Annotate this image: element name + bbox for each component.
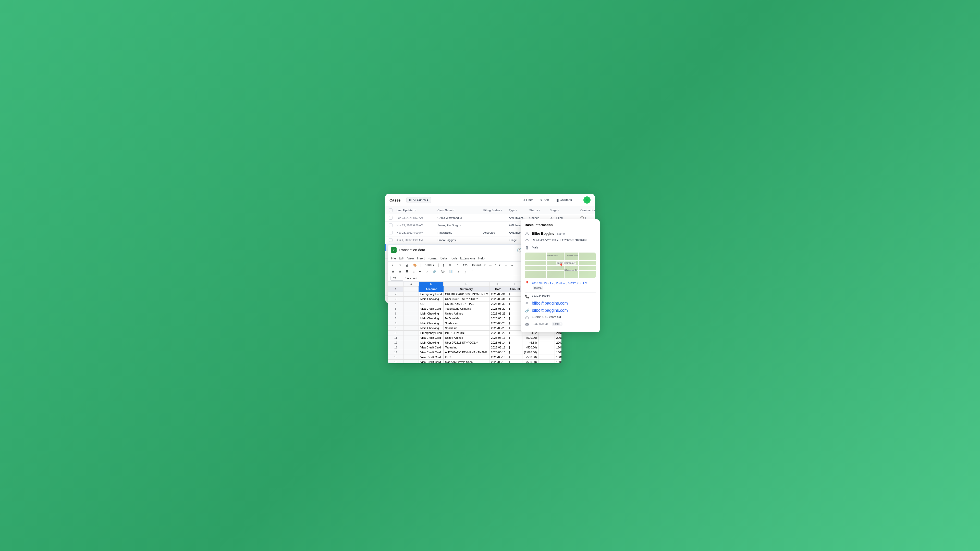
currency-button[interactable]: $ xyxy=(441,263,446,268)
wrap-button[interactable]: ↵ xyxy=(417,269,423,274)
filter-button[interactable]: ⊿ xyxy=(456,269,461,274)
row-checkbox[interactable] xyxy=(389,216,393,220)
cell-amount[interactable]: $ xyxy=(507,306,522,311)
chart-button[interactable]: 📊 xyxy=(448,269,454,274)
type-col-header[interactable]: Type ▾ xyxy=(508,206,528,214)
cell-pending[interactable] xyxy=(538,340,555,345)
row-checkbox[interactable] xyxy=(389,224,393,227)
menu-tools[interactable]: Tools xyxy=(450,256,457,261)
table-row[interactable]: 14 Visa Credit Card AUTOMATIC PAYMENT - … xyxy=(388,350,562,355)
cell-summary[interactable]: Tectra Inc xyxy=(443,345,489,350)
menu-extensions[interactable]: Extensions xyxy=(460,256,475,261)
undo-button[interactable]: ↩ xyxy=(390,263,396,268)
cell-date[interactable]: 2023-03-26 xyxy=(490,330,507,335)
cell-summary[interactable]: Touchstone Climbing xyxy=(443,306,489,311)
merge-button[interactable]: ⊟ xyxy=(397,269,403,274)
cell-date[interactable]: 2023-03-10 xyxy=(490,360,507,364)
cell-amount[interactable]: $ xyxy=(507,321,522,326)
cell-amount[interactable]: $ xyxy=(507,292,522,297)
col-e-header[interactable]: E xyxy=(490,282,507,287)
cell-date[interactable]: 2023-03-31 xyxy=(490,297,507,302)
case-name-col-header[interactable]: Case Name ▾ xyxy=(436,206,482,214)
table-row[interactable]: 11 Visa Credit Card United Airlines 2023… xyxy=(388,335,562,340)
align-button[interactable]: ☰ xyxy=(404,269,410,274)
rotate-button[interactable]: ↗ xyxy=(425,269,430,274)
cell-account[interactable]: Main Checking xyxy=(419,311,444,316)
number-format-button[interactable]: 123 xyxy=(461,263,469,268)
cell-amount[interactable]: $ xyxy=(507,345,522,350)
cell-amount-val[interactable]: (500.00) xyxy=(522,355,538,360)
comment-button[interactable]: 💬 xyxy=(439,269,446,274)
cell-amount[interactable]: $ xyxy=(507,311,522,316)
cell-amount[interactable]: $ xyxy=(507,297,522,302)
add-case-button[interactable]: + xyxy=(584,197,590,203)
sort-button[interactable]: ⇅ Sort xyxy=(538,197,552,203)
cell-pending[interactable] xyxy=(538,355,555,360)
valign-button[interactable]: ≡ xyxy=(411,269,416,274)
cell-amount-val[interactable]: (2,078.50) xyxy=(522,350,538,355)
cell-account[interactable]: Main Checking xyxy=(419,297,444,302)
row-checkbox[interactable] xyxy=(389,238,393,242)
cell-amount[interactable]: $ xyxy=(507,302,522,306)
more-options-icon[interactable]: ··· xyxy=(576,198,581,202)
cell-account[interactable]: Emergency Fund xyxy=(419,292,444,297)
cell-account[interactable]: Main Checking xyxy=(419,321,444,326)
cell-summary[interactable]: Madison Bicycle Shop xyxy=(443,360,489,364)
menu-view[interactable]: View xyxy=(407,256,414,261)
table-row[interactable]: 12 Main Checking Uber 072515 SF**POOL** … xyxy=(388,340,562,345)
cell-account[interactable]: Main Checking xyxy=(419,340,444,345)
cell-pending[interactable] xyxy=(538,335,555,340)
cell-amount[interactable]: $ xyxy=(507,355,522,360)
cell-summary[interactable]: INTRST PYMNT xyxy=(443,330,489,335)
cell-summary[interactable]: Uber 063015 SF**POOL** xyxy=(443,297,489,302)
cell-account[interactable]: Visa Credit Card xyxy=(419,355,444,360)
cell-amount[interactable]: $ xyxy=(507,335,522,340)
cell-pending[interactable] xyxy=(538,345,555,350)
cell-date[interactable]: 2023-03-10 xyxy=(490,316,507,321)
cell-reference-box[interactable]: C1 xyxy=(390,276,403,281)
table-row[interactable]: 13 Visa Credit Card Tectra Inc 2023-03-1… xyxy=(388,345,562,350)
cell-cat-id[interactable]: 13005032 xyxy=(555,355,562,360)
cell-account[interactable]: Main Checking xyxy=(419,316,444,321)
cell-summary[interactable]: SparkFun xyxy=(443,326,489,330)
cell-summary[interactable]: Uber 072515 SF**POOL** xyxy=(443,340,489,345)
stage-col-header[interactable]: Stage ▾ xyxy=(548,206,579,214)
cell-pending[interactable] xyxy=(538,360,555,364)
cell-cat-id[interactable]: 22001000 xyxy=(555,335,562,340)
cell-summary[interactable]: Starbucks xyxy=(443,321,489,326)
filter-button[interactable]: ⊿ Filter xyxy=(520,197,535,203)
cell-cat-id[interactable]: 16002000 xyxy=(555,350,562,355)
more-button[interactable]: ⌃ xyxy=(469,269,475,274)
print-button[interactable]: 🖨 xyxy=(404,263,410,268)
font-size-increase[interactable]: + xyxy=(510,263,514,268)
menu-insert[interactable]: Insert xyxy=(417,256,425,261)
cell-cat-id[interactable]: 16002000 xyxy=(555,360,562,364)
cell-c1[interactable]: Account xyxy=(419,286,444,292)
cell-account[interactable]: CD xyxy=(419,302,444,306)
menu-help[interactable]: Help xyxy=(478,256,485,261)
cell-account[interactable]: Visa Credit Card xyxy=(419,335,444,340)
borders-button[interactable]: ⊞ xyxy=(390,269,396,274)
cell-date[interactable]: 2023-03-31 xyxy=(490,292,507,297)
table-row[interactable]: 16 Visa Credit Card Madison Bicycle Shop… xyxy=(388,360,562,364)
cell-date[interactable]: 2023-03-28 xyxy=(490,326,507,330)
menu-format[interactable]: Format xyxy=(428,256,438,261)
cell-cat-id[interactable]: 16002000 xyxy=(555,345,562,350)
menu-edit[interactable]: Edit xyxy=(399,256,404,261)
comments-col-header[interactable]: Comments ▾ xyxy=(579,206,595,214)
cell-cat-id[interactable]: 22016000 xyxy=(555,340,562,345)
cell-amount-val[interactable]: (500.00) xyxy=(522,345,538,350)
decimal-button[interactable]: .0 xyxy=(454,263,460,268)
link-button[interactable]: 🔗 xyxy=(431,269,438,274)
cell-summary[interactable]: CREDIT CARD 3333 PAYMENT */ xyxy=(443,292,489,297)
cell-d1[interactable]: Summary xyxy=(443,286,489,292)
last-updated-col-header[interactable]: Last Updated ▾ xyxy=(395,206,436,214)
cell-amount-val[interactable]: (500.00) xyxy=(522,335,538,340)
redo-button[interactable]: ↪ xyxy=(397,263,403,268)
cell-date[interactable]: 2023-03-10 xyxy=(490,355,507,360)
filing-status-col-header[interactable]: Filing Status ▾ xyxy=(482,206,508,214)
percent-button[interactable]: % xyxy=(447,263,453,268)
cell-summary[interactable]: McDonald's xyxy=(443,316,489,321)
table-row[interactable]: 15 Visa Credit Card KFC 2023-03-10 $ (50… xyxy=(388,355,562,360)
col-c-header[interactable]: C xyxy=(419,282,444,287)
